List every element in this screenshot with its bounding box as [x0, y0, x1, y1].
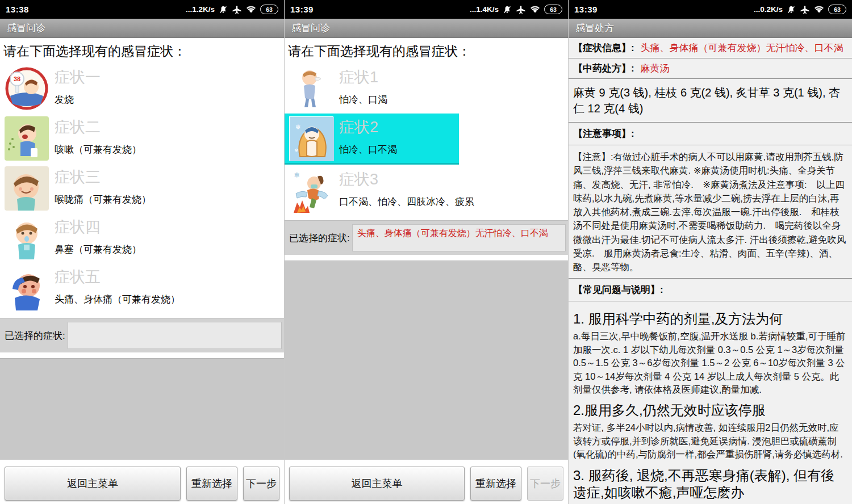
symptom-title: 症状四 — [55, 219, 141, 236]
symptom-list: 症状1 怕冷、口渴 ❄❄ 症状2 怕冷、口不渴 ❄ 症状3 口不渴、怕冷、四肢冰… — [285, 64, 568, 216]
prompt-text: 请在下面选择现有的感冒症状： — [0, 38, 284, 64]
symptom-title: 症状2 — [339, 119, 397, 136]
app-title: 感冒问诊 — [7, 22, 45, 35]
prescription-name: 麻黄汤 — [640, 63, 669, 74]
symptom-row-chills-thirsty[interactable]: 症状1 怕冷、口渴 — [285, 64, 568, 114]
screen-symptom-list-1: 13:38 ...1.2K/s 63 感冒问诊 请在下面选择现有的感冒症状： 3… — [0, 0, 284, 504]
faq-section: 1. 服用科学中药的剂量,及方法为何 a.每日三次,早中晚餐饭前,空腹,温开水送… — [569, 301, 852, 504]
battery-icon: 63 — [260, 5, 278, 14]
network-speed: ...0.2K/s — [754, 5, 783, 14]
airplane-mode-icon — [516, 5, 526, 14]
clock: 13:39 — [574, 5, 598, 14]
selected-symptoms-row: 已选择的症状: — [0, 318, 284, 352]
wifi-icon — [530, 6, 540, 14]
symptom-row-fever[interactable]: 38 症状一 发烧 — [0, 64, 284, 114]
symptom-row-cough[interactable]: 症状二 咳嗽（可兼有发烧） — [0, 114, 284, 163]
symptom-desc: 怕冷、口不渴 — [339, 143, 397, 156]
symptom-title: 症状3 — [339, 171, 474, 188]
stuffy-nose-image — [5, 216, 49, 261]
symptom-info-row: 【症状信息】: 头痛、身体痛（可兼有发烧）无汗怕冷、口不渴 — [569, 38, 852, 58]
faq-question-3: 3. 服药後, 退烧,不再恶寒身痛(表解), 但有後遗症,如咳嗽不癒,声哑怎麽办 — [573, 467, 847, 501]
cold-limbs-image: ❄ — [289, 169, 333, 213]
button-bar: 返回主菜单 重新选择 下一步 — [0, 467, 284, 501]
clock: 13:38 — [6, 5, 29, 14]
clock: 13:39 — [290, 5, 314, 14]
screen-symptom-list-2: 13:39 ...1.4K/s 63 感冒问诊 请在下面选择现有的感冒症状： 症… — [284, 0, 568, 504]
symptom-title: 症状三 — [55, 169, 151, 186]
symptom-row-headache[interactable]: 症状五 头痛、身体痛（可兼有发烧） — [0, 263, 284, 313]
svg-text:❄: ❄ — [295, 123, 301, 131]
symptom-desc: 口不渴、怕冷、四肢冰冷、疲累 — [339, 195, 474, 208]
app-title: 感冒问诊 — [291, 22, 330, 35]
network-speed: ...1.2K/s — [186, 5, 215, 14]
back-to-menu-button[interactable]: 返回主菜单 — [289, 467, 465, 501]
cough-image — [5, 116, 49, 161]
selected-symptoms-label: 已选择的症状: — [5, 329, 65, 342]
symptom-desc: 喉咙痛（可兼有发烧） — [55, 193, 151, 206]
app-title-bar: 感冒问诊 — [285, 19, 568, 38]
result-placeholder-area — [285, 261, 568, 460]
button-bar: 返回主菜单 重新选择 下一步 — [285, 467, 568, 501]
symptom-title: 症状二 — [55, 119, 141, 136]
app-title-bar: 感冒处方 — [569, 19, 852, 38]
battery-icon: 63 — [544, 5, 562, 14]
faq-header: 【常见问题与说明】: — [569, 279, 852, 301]
battery-level: 63 — [834, 6, 841, 13]
symptom-title: 症状1 — [339, 69, 387, 86]
back-to-menu-button[interactable]: 返回主菜单 — [5, 467, 181, 501]
prompt-text: 请在下面选择现有的感冒症状： — [285, 38, 568, 64]
wifi-icon — [246, 6, 256, 14]
symptom-row-stuffy-nose[interactable]: 症状四 鼻塞（可兼有发烧） — [0, 213, 284, 263]
mute-icon — [787, 5, 796, 14]
prescription-content: 【症状信息】: 头痛、身体痛（可兼有发烧）无汗怕冷、口不渴 【中药处方】: 麻黄… — [569, 38, 852, 504]
symptom-title: 症状五 — [55, 268, 180, 286]
selected-symptoms-value — [68, 322, 282, 349]
reselect-button[interactable]: 重新选择 — [470, 467, 521, 501]
battery-level: 63 — [266, 6, 273, 13]
symptom-info-label: 【症状信息】: — [573, 43, 634, 53]
mute-icon — [219, 5, 228, 14]
symptom-desc: 头痛、身体痛（可兼有发烧） — [55, 293, 180, 306]
status-bar: 13:39 ...1.4K/s 63 — [285, 0, 568, 19]
fever-image: 38 — [5, 66, 49, 111]
airplane-mode-icon — [232, 5, 242, 14]
reselect-button[interactable]: 重新选择 — [186, 467, 237, 501]
prescription-row: 【中药处方】: 麻黄汤 — [569, 58, 852, 79]
app-title: 感冒处方 — [575, 22, 614, 35]
prescription-label: 【中药处方】: — [573, 63, 634, 74]
headache-image — [5, 266, 49, 310]
screen-prescription: 13:39 ...0.2K/s 63 感冒处方 【症状信息】: 头痛、身体痛（可… — [568, 0, 852, 504]
selected-symptoms-label: 已选择的症状: — [289, 232, 350, 245]
symptom-title: 症状一 — [55, 69, 101, 86]
symptom-desc: 怕冷、口渴 — [339, 93, 387, 106]
symptom-desc: 咳嗽（可兼有发烧） — [55, 143, 141, 156]
wifi-icon — [814, 6, 824, 14]
sore-throat-image — [5, 166, 49, 211]
selected-symptoms-value: 头痛、身体痛（可兼有发烧）无汗怕冷、口不渴 — [352, 224, 566, 251]
symptom-info-value: 头痛、身体痛（可兼有发烧）无汗怕冷、口不渴 — [640, 43, 843, 53]
symptom-desc: 鼻塞（可兼有发烧） — [55, 243, 141, 256]
next-step-button-disabled[interactable]: 下一步 — [527, 467, 563, 501]
app-title-bar: 感冒问诊 — [0, 19, 284, 38]
mute-icon — [503, 5, 512, 14]
symptom-row-cold-limbs[interactable]: ❄ 症状3 口不渴、怕冷、四肢冰冷、疲累 — [285, 166, 568, 216]
symptom-list: 38 症状一 发烧 症状二 咳嗽（可兼有发烧） 症状三 喉咙痛（可兼有发烧） — [0, 64, 284, 313]
faq-answer-2: 若对证, 多半24小时以内,病情改善, 如连续服用2日仍然无效时,应该转方或停服… — [573, 421, 847, 461]
battery-level: 63 — [550, 6, 557, 13]
symptom-row-sore-throat[interactable]: 症状三 喉咙痛（可兼有发烧） — [0, 163, 284, 213]
svg-text:❄: ❄ — [294, 148, 299, 153]
dosage-text: 麻黄 9 克(3 钱), 桂枝 6 克(2 钱), 炙甘草 3 克(1 钱), … — [569, 79, 852, 123]
battery-icon: 63 — [828, 5, 846, 14]
svg-text:❄: ❄ — [294, 171, 300, 179]
faq-question-1: 1. 服用科学中药的剂量,及方法为何 — [573, 310, 847, 327]
faq-answer-1: a.每日三次,早中晚餐饭前,空腹,温开水送服 b.若病情较重,可于睡前加服一次.… — [573, 330, 847, 396]
next-step-button[interactable]: 下一步 — [243, 467, 279, 501]
selected-symptoms-row: 已选择的症状: 头痛、身体痛（可兼有发烧）无汗怕冷、口不渴 — [285, 220, 568, 255]
notes-body: 【注意】:有做过心脏手术的病人不可以用麻黄,请改用荆芥五钱,防风三钱,浮萍三钱来… — [569, 145, 852, 279]
status-bar: 13:38 ...1.2K/s 63 — [0, 0, 284, 19]
symptom-row-chills-not-thirsty-selected[interactable]: ❄❄ 症状2 怕冷、口不渴 — [285, 114, 568, 166]
faq-question-2: 2.服用多久,仍然无效时应该停服 — [573, 402, 847, 419]
symptom-desc: 发烧 — [55, 93, 101, 106]
network-speed: ...1.4K/s — [470, 5, 499, 14]
status-bar: 13:39 ...0.2K/s 63 — [569, 0, 852, 19]
